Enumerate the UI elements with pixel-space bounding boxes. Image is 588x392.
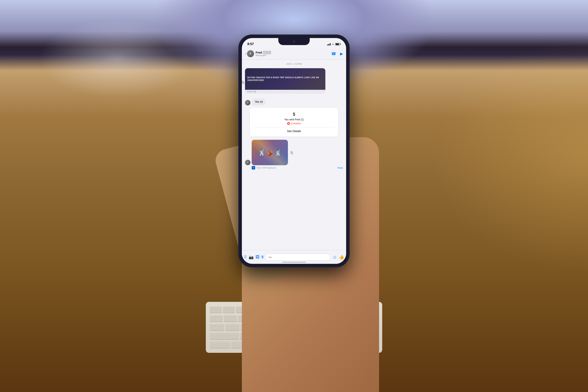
date-label: JUN 1, 1:53 PM xyxy=(245,63,343,65)
phone-screen: 8:57 ∿ xyxy=(242,38,346,264)
key xyxy=(210,333,239,339)
key xyxy=(225,324,240,330)
status-time: 8:57 xyxy=(247,42,254,46)
camera-dot xyxy=(293,40,295,43)
payment-status: Complete xyxy=(254,122,334,125)
payment-divider xyxy=(254,127,334,128)
shared-content-text: BUYING SNACKS FOR A ROAD TRIP SHOULD ALW… xyxy=(247,76,323,82)
gif-bubble-received: F 🕺 💃 🕺 ⧎ xyxy=(245,140,343,165)
tenor-attribution-bar: T Tenor GIF Keyboard Reply xyxy=(252,166,343,170)
gif-message-container: F 🕺 💃 🕺 ⧎ xyxy=(245,140,343,171)
status-indicator xyxy=(287,122,290,125)
gif-figure-2: 💃 xyxy=(267,150,273,156)
tenor-logo: T xyxy=(252,166,255,170)
received-message-row: F Yes sir xyxy=(245,98,343,106)
contact-avatar[interactable]: F xyxy=(247,50,254,57)
gif-media[interactable]: 🕺 💃 🕺 xyxy=(252,140,288,165)
app-label: Messenger xyxy=(256,54,331,56)
key xyxy=(210,324,224,330)
status-icons: ∿ xyxy=(327,43,341,46)
gif-sender-avatar: F xyxy=(245,160,250,165)
phone-container: 8:57 ∿ xyxy=(239,35,349,266)
phone-notch xyxy=(278,38,310,45)
received-link-message: ⧎ BUYING SNACKS FOR A ROAD TRIP SHOULD A… xyxy=(245,68,343,96)
gif-figure-1: 🕺 xyxy=(258,149,266,156)
key xyxy=(210,306,222,313)
emoji-button[interactable]: ☺ xyxy=(332,254,337,260)
chat-area[interactable]: JUN 1, 1:53 PM ⧎ BUYING SNACKS FOR A ROA… xyxy=(242,60,346,250)
wifi-icon: ∿ xyxy=(332,43,334,46)
message-bubble-received[interactable]: Yes sir xyxy=(252,98,266,106)
message-input[interactable]: Aa xyxy=(266,254,331,261)
payment-button[interactable]: $ xyxy=(262,255,264,259)
tenor-text: Tenor GIF Keyboard xyxy=(256,166,276,169)
phone-call-button[interactable]: ☎ xyxy=(331,51,336,56)
contact-name: Fred ████ xyxy=(256,51,331,54)
key xyxy=(224,315,237,322)
key xyxy=(210,342,230,348)
payment-status-text: Complete xyxy=(291,122,301,125)
home-indicator xyxy=(282,262,306,263)
photos-button[interactable]: 🖼 xyxy=(256,255,260,259)
shared-content-bubble[interactable]: BUYING SNACKS FOR A ROAD TRIP SHOULD ALW… xyxy=(245,68,325,94)
contact-info: Fred ████ Messenger xyxy=(256,51,331,56)
gif-figure-3: 🕺 xyxy=(274,149,282,156)
payment-dollar-sign: $ xyxy=(254,112,334,117)
shared-content-thumbnail: BUYING SNACKS FOR A ROAD TRIP SHOULD ALW… xyxy=(245,68,325,90)
phone-frame: 8:57 ∿ xyxy=(239,35,349,266)
input-placeholder-text: Aa xyxy=(268,256,272,259)
camera-button[interactable]: 📷 xyxy=(249,255,254,260)
sender-avatar: F xyxy=(245,100,250,106)
see-details-button[interactable]: See Details xyxy=(254,130,334,133)
share-icon-left[interactable]: ⧎ xyxy=(242,80,244,84)
key xyxy=(210,315,223,322)
signal-icon xyxy=(327,43,331,46)
message-sender-label: Jennifer ██ xyxy=(245,90,325,94)
gif-share-icon[interactable]: ⧎ xyxy=(290,150,293,155)
payment-description: You sent Fred ██ xyxy=(254,118,334,121)
reply-button[interactable]: Reply xyxy=(338,166,343,169)
gif-content: 🕺 💃 🕺 xyxy=(252,140,288,165)
nav-actions: ☎ ▶ xyxy=(331,51,343,56)
payment-card[interactable]: $ You sent Fred ██ Complete See Details xyxy=(250,108,338,137)
key xyxy=(223,306,235,313)
battery-icon xyxy=(335,43,341,46)
apps-button[interactable]: ⠿ xyxy=(244,255,247,260)
back-button[interactable]: ‹ xyxy=(245,52,246,56)
video-call-button[interactable]: ▶ xyxy=(340,51,343,56)
nav-bar: ‹ F Fred ████ Messenger ☎ ▶ xyxy=(242,48,346,60)
like-button[interactable]: 👍 xyxy=(339,254,344,260)
